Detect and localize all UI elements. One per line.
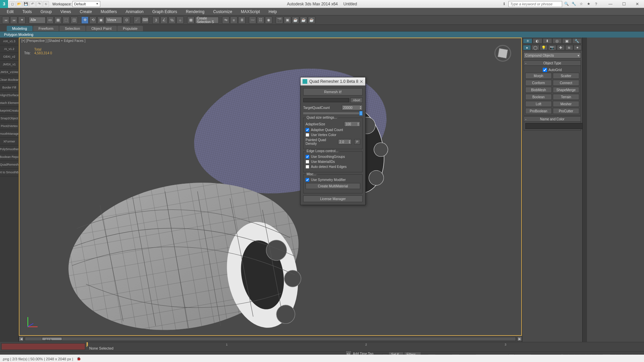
loft-button[interactable]: Loft — [525, 101, 552, 107]
target-quad-slider[interactable] — [303, 112, 363, 114]
link-icon[interactable]: ⫘ — [2, 16, 9, 24]
menu-edit[interactable]: Edit — [7, 9, 14, 14]
render-setup-icon[interactable]: 🎬 — [276, 16, 283, 24]
select-name-icon[interactable]: ▦ — [54, 16, 62, 24]
script-button[interactable]: etach Element — [0, 99, 18, 107]
script-button[interactable]: Pivot2Vertex — [0, 122, 18, 130]
adaptive-quad-checkbox[interactable] — [306, 128, 309, 132]
script-button[interactable]: XFormer — [0, 138, 18, 145]
menu-maxscript[interactable]: MAXScript — [241, 9, 260, 14]
remesh-button[interactable]: Remesh it! — [303, 88, 363, 96]
curve-editor-icon[interactable]: 〰 — [249, 16, 256, 24]
name-color-header[interactable]: -Name and Color — [524, 116, 581, 122]
script-button[interactable]: Boolean Repo — [0, 153, 18, 161]
mesher-button[interactable]: Mesher — [553, 101, 579, 107]
script-button[interactable]: rt to SmoothB — [0, 169, 18, 176]
object-type-header[interactable]: -Object Type — [524, 60, 581, 66]
systems-icon[interactable]: ✦ — [574, 45, 582, 50]
object-name-input[interactable] — [525, 123, 583, 129]
morph-button[interactable]: Morph — [525, 73, 552, 79]
menu-tools[interactable]: Tools — [22, 9, 32, 14]
motion-tab-icon[interactable]: ◎ — [552, 38, 562, 44]
app-icon[interactable]: 3 — [0, 0, 8, 8]
connect-button[interactable]: Connect — [553, 80, 579, 86]
new-icon[interactable]: ◻ — [9, 1, 15, 7]
named-sel-dropdown[interactable]: Create Selection S — [195, 17, 219, 23]
script-button[interactable]: Align2Surface — [0, 92, 18, 99]
tab-modeling[interactable]: Modeling — [7, 26, 33, 31]
materialids-checkbox[interactable] — [306, 160, 309, 164]
script-button[interactable]: JMSX_v1 — [0, 61, 18, 68]
tab-freeform[interactable]: Freeform — [33, 26, 59, 31]
helpers-icon[interactable]: ✚ — [557, 45, 565, 50]
workspace-dropdown[interactable]: Default▼ — [72, 1, 100, 7]
menu-animation[interactable]: Animation — [126, 9, 144, 14]
select-rect-icon[interactable]: ⬚ — [62, 16, 70, 24]
selection-filter-dropdown[interactable]: All ▾ — [29, 17, 46, 23]
modify-tab-icon[interactable]: ◐ — [533, 38, 542, 44]
procutter-button[interactable]: ProCutter — [553, 108, 579, 114]
taskbar-app-icon[interactable]: 🐞 — [76, 357, 81, 361]
viewcube[interactable] — [494, 45, 511, 62]
rotate-icon[interactable]: ⟲ — [89, 16, 97, 24]
tab-objectpaint[interactable]: Object Paint — [86, 26, 117, 31]
info-icon[interactable]: ℹ — [501, 1, 507, 7]
slider-handle[interactable]: 0 / 3 — [42, 337, 62, 341]
cameras-icon[interactable]: 📷 — [548, 45, 556, 50]
render-iter-icon[interactable]: ☕ — [308, 16, 315, 24]
spinner-snap-icon[interactable]: ⟐ — [176, 16, 184, 24]
layers-icon[interactable]: ≣ — [238, 16, 246, 24]
script-button[interactable]: QuadRemesh — [0, 161, 18, 169]
adaptive-size-spinner[interactable]: 100▴▾ — [344, 121, 360, 127]
scale-icon[interactable]: ▣ — [97, 16, 105, 24]
angle-snap-icon[interactable]: ∠ — [160, 16, 168, 24]
scatter-button[interactable]: Scatter — [553, 73, 579, 79]
close-button[interactable]: ✕ — [631, 0, 644, 8]
render-icon[interactable]: ☕ — [292, 16, 299, 24]
script-button[interactable]: Border Fill — [0, 84, 18, 92]
menu-customize[interactable]: Customize — [213, 9, 232, 14]
time-slider-mini[interactable]: ◀ 0 / 3 ▶ — [19, 336, 522, 342]
select-icon[interactable]: ▭ — [46, 16, 54, 24]
menu-rendering[interactable]: Rendering — [186, 9, 204, 14]
painted-density-spinner[interactable]: 2.0▴▾ — [338, 139, 352, 144]
panel-scrollbar[interactable] — [582, 38, 587, 342]
bind-icon[interactable]: ⚭ — [18, 16, 25, 24]
unlink-icon[interactable]: ⫘ — [10, 16, 17, 24]
script-button[interactable]: Clean Boolean — [0, 76, 18, 84]
geometry-icon[interactable]: ● — [523, 45, 531, 50]
abort-button[interactable]: Abort — [351, 98, 363, 103]
open-icon[interactable]: 📂 — [16, 1, 22, 7]
key-icon[interactable]: 🔧 — [571, 1, 577, 7]
star-icon[interactable]: ☆ — [578, 1, 584, 7]
spacewarps-icon[interactable]: ≋ — [565, 45, 573, 50]
utilities-tab-icon[interactable]: 🔧 — [572, 38, 582, 44]
close-icon[interactable]: ✕ — [360, 79, 363, 84]
star2-icon[interactable]: ★ — [586, 1, 592, 7]
vertex-color-checkbox[interactable] — [306, 133, 309, 137]
move-icon[interactable]: ✥ — [81, 16, 89, 24]
next-icon[interactable]: ▶ — [517, 337, 522, 341]
script-button[interactable]: moothManage — [0, 130, 18, 138]
lights-icon[interactable]: 💡 — [540, 45, 548, 50]
named-sel-icon[interactable]: ▦ — [187, 16, 195, 24]
save-icon[interactable]: 💾 — [23, 1, 29, 7]
script-button[interactable]: Snap2Object — [0, 115, 18, 122]
menu-modifiers[interactable]: Modifiers — [101, 9, 117, 14]
menu-create[interactable]: Create — [80, 9, 92, 14]
select-window-icon[interactable]: ◫ — [70, 16, 78, 24]
menu-grapheditors[interactable]: Graph Editors — [152, 9, 177, 14]
display-tab-icon[interactable]: ▣ — [562, 38, 572, 44]
category-dropdown[interactable]: Compound Objects▾ — [524, 52, 581, 58]
minimize-button[interactable]: — — [604, 0, 617, 8]
blobmesh-button[interactable]: BlobMesh — [525, 87, 552, 93]
boolean-button[interactable]: Boolean — [525, 94, 552, 100]
viewport[interactable]: [+] [Perspective ] [Shaded + Edged Faces… — [19, 38, 522, 336]
pivot-icon[interactable]: ⊙ — [123, 16, 130, 24]
symmetry-checkbox[interactable] — [306, 178, 309, 182]
search-icon[interactable]: 🔍 — [564, 1, 570, 7]
help-icon[interactable]: ? — [593, 1, 599, 7]
terrain-button[interactable]: Terrain — [553, 94, 579, 100]
align-icon[interactable]: ≡ — [230, 16, 237, 24]
redo-icon[interactable]: ↷ — [36, 1, 42, 7]
